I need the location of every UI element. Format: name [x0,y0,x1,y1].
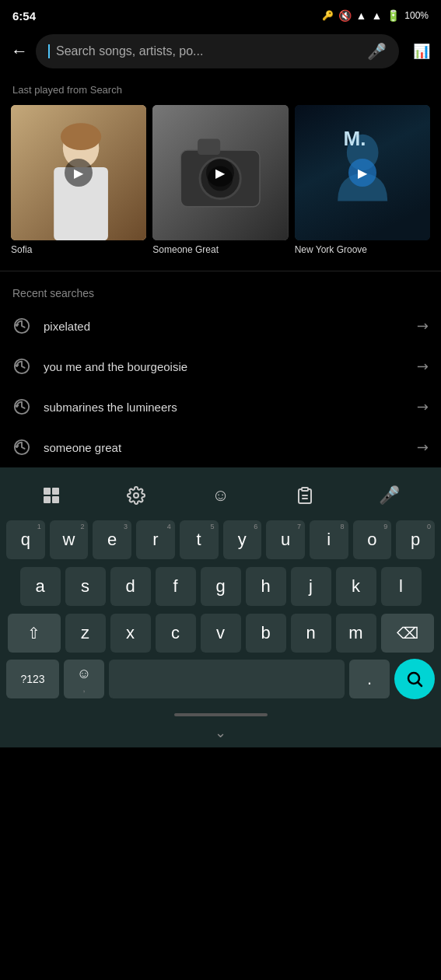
key-icon: 🔑 [322,10,334,21]
recent-searches-label: Recent searches [0,275,441,306]
key-t[interactable]: t5 [180,520,219,559]
key-s[interactable]: s [65,567,106,606]
key-r[interactable]: r4 [136,520,175,559]
keyboard-row-2: a s d f g h j k l [6,567,435,606]
mute-icon: 🔇 [338,9,352,22]
key-m[interactable]: m [336,614,376,653]
key-w[interactable]: w2 [50,520,89,559]
history-icon-4 [12,438,31,457]
play-button-sofia[interactable]: ▶ [65,159,93,187]
search-box[interactable]: Search songs, artists, po... 🎤 [36,34,399,68]
keyboard-emoji-icon[interactable]: ☺ [203,478,237,513]
svg-rect-19 [302,488,308,491]
key-u[interactable]: u7 [266,520,305,559]
keyboard-clipboard-icon[interactable] [288,478,322,513]
period-key[interactable]: . [349,660,390,698]
key-i[interactable]: i8 [310,520,348,559]
key-c[interactable]: c [156,614,196,653]
recent-item-someone-great[interactable]: someone great ↗ [0,427,441,467]
keyboard: ☺ 🎤 q1 w2 e3 r4 t5 y6 u7 i8 o9 p0 a [0,467,441,747]
chevron-down-row: ⌄ [3,721,438,747]
key-j[interactable]: j [291,567,331,606]
key-v[interactable]: v [201,614,241,653]
key-p[interactable]: p0 [396,520,435,559]
status-time: 6:54 [12,9,36,23]
svg-rect-17 [52,496,59,503]
key-k[interactable]: k [336,567,376,606]
album-title-nyg: New York Groove [295,244,430,255]
key-h[interactable]: h [246,567,286,606]
keyboard-apps-icon[interactable] [34,478,68,513]
recent-text-someone-great: someone great [44,441,404,454]
emoji-key[interactable]: ☺ , [64,660,104,698]
delete-key[interactable]: ⌫ [381,614,434,653]
recent-item-you-me[interactable]: you me and the bourgeoisie ↗ [0,346,441,387]
svg-point-18 [134,493,138,498]
last-played-label: Last played from Search [0,78,441,105]
play-overlay-someone-great: ▶ [152,105,288,240]
key-n[interactable]: n [291,614,331,653]
key-e[interactable]: e3 [93,520,131,559]
svg-rect-15 [52,488,59,495]
album-thumb-sofia: ▶ [11,105,146,240]
history-icon-2 [12,357,31,376]
search-submit-button[interactable] [394,659,435,699]
history-icon-1 [12,317,31,335]
recent-text-submarines: submarines the lumineers [44,401,404,414]
key-d[interactable]: d [110,567,151,606]
album-card-sofia[interactable]: ▶ Sofia [11,105,146,255]
svg-rect-14 [44,488,51,495]
shift-key[interactable]: ⇧ [8,614,61,653]
key-y[interactable]: y6 [223,520,262,559]
section-divider [0,271,441,271]
album-card-someone-great[interactable]: ▶ Someone Great [152,105,288,255]
keyboard-rows: q1 w2 e3 r4 t5 y6 u7 i8 o9 p0 a s d f g … [3,520,438,653]
home-indicator [3,705,438,721]
key-b[interactable]: b [246,614,286,653]
comma-label: , [82,684,85,693]
album-thumb-someone-great: ▶ [152,105,288,240]
arrow-icon-4: ↗ [412,437,432,457]
key-f[interactable]: f [156,567,196,606]
key-l[interactable]: l [381,567,422,606]
back-button[interactable]: ← [11,41,28,61]
key-a[interactable]: a [20,567,61,606]
svg-line-23 [418,682,422,686]
last-played-row: ▶ Sofia [0,105,441,268]
arrow-icon-3: ↗ [412,397,432,417]
key-q[interactable]: q1 [6,520,45,559]
search-input[interactable]: Search songs, artists, po... [56,44,361,58]
signal-icon: ▲ [371,9,382,22]
album-title-someone-great: Someone Great [152,244,288,255]
keyboard-row-3: ⇧ z x c v b n m ⌫ [6,614,435,653]
play-overlay-nyg: ▶ [295,105,430,240]
home-bar [174,713,268,716]
status-bar: 6:54 🔑 🔇 ▲ ▲ 🔋 100% [0,0,441,28]
recent-item-pixelated[interactable]: pixelated ↗ [0,306,441,346]
key-g[interactable]: g [201,567,241,606]
keyboard-voice-icon[interactable]: 🎤 [373,478,407,513]
num-switch-key[interactable]: ?123 [6,660,59,698]
recent-item-submarines[interactable]: submarines the lumineers ↗ [0,387,441,427]
status-icons: 🔑 🔇 ▲ ▲ 🔋 100% [322,9,429,22]
key-x[interactable]: x [110,614,151,653]
emoji-face-icon: ☺ [77,666,91,682]
keyboard-toolbar: ☺ 🎤 [3,474,438,520]
mic-icon[interactable]: 🎤 [367,42,387,61]
play-button-nyg[interactable]: ▶ [348,159,376,187]
battery-icon: 🔋 [387,9,400,22]
key-z[interactable]: z [65,614,106,653]
album-card-new-york-groove[interactable]: M. ▶ New York Groove [295,105,430,255]
key-o[interactable]: o9 [353,520,392,559]
arrow-icon-2: ↗ [412,356,432,376]
chevron-down-icon[interactable]: ⌄ [215,724,226,741]
keyboard-settings-icon[interactable] [119,478,153,513]
play-button-someone-great[interactable]: ▶ [206,159,234,187]
keyboard-bottom-row: ?123 ☺ , . [3,653,438,705]
battery-pct: 100% [404,10,429,21]
space-key[interactable] [109,660,345,698]
search-cursor [48,44,50,58]
album-title-sofia: Sofia [11,244,146,255]
audio-wave-icon[interactable]: 📊 [413,43,430,60]
recent-searches-section: Recent searches pixelated ↗ you me and t… [0,275,441,467]
